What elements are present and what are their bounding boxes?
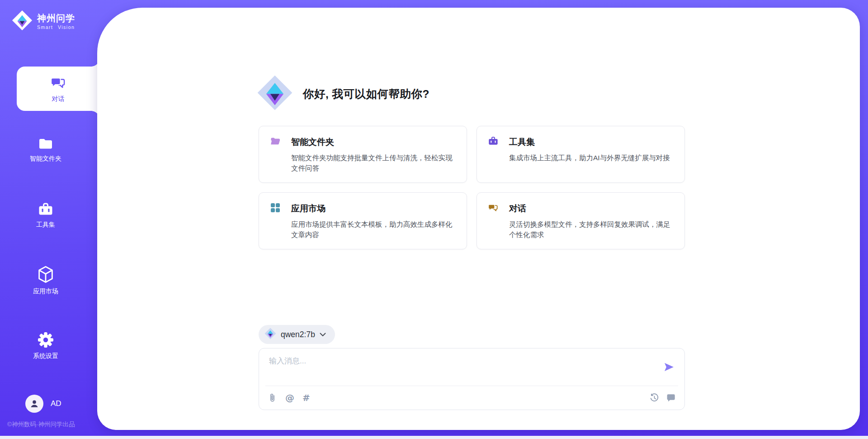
sidebar-item-apps[interactable]: 应用市场 bbox=[0, 265, 91, 296]
model-selector[interactable]: qwen2:7b bbox=[259, 325, 335, 344]
message-input[interactable] bbox=[268, 355, 650, 383]
sidebar-item-folders[interactable]: 智能文件夹 bbox=[0, 135, 91, 163]
send-button[interactable] bbox=[663, 361, 675, 374]
card-app-market[interactable]: 应用市场 应用市场提供丰富长文本模板，助力高效生成多样化文章内容 bbox=[259, 192, 467, 249]
chat-bubble-icon bbox=[666, 393, 675, 402]
composer-divider bbox=[265, 386, 678, 386]
gear-icon bbox=[37, 331, 55, 349]
toolbox-icon bbox=[38, 201, 54, 218]
main-panel: 你好, 我可以如何帮助你? 智能文件夹 智能文件夹功能支持批量文件上传与清洗，轻… bbox=[97, 8, 860, 430]
send-icon bbox=[664, 362, 675, 372]
history-button[interactable] bbox=[650, 393, 659, 403]
card-description: 灵活切换多模型文件，支持多样回复效果调试，满足个性化需求 bbox=[509, 219, 674, 240]
card-title: 对话 bbox=[509, 203, 526, 215]
card-description: 集成市场上主流工具，助力AI与外界无缝扩展与对接 bbox=[509, 153, 674, 163]
new-chat-button[interactable] bbox=[666, 393, 675, 402]
sidebar-item-label: 对话 bbox=[52, 95, 65, 103]
avatar bbox=[25, 395, 43, 413]
card-title: 工具集 bbox=[509, 136, 535, 148]
app-grid-icon bbox=[270, 202, 281, 215]
sidebar-item-label: 智能文件夹 bbox=[30, 155, 61, 163]
folder-icon bbox=[38, 135, 54, 152]
feature-cards: 智能文件夹 智能文件夹功能支持批量文件上传与清洗，轻松实现文件问答 工具集 bbox=[259, 126, 685, 249]
at-mention-button[interactable]: @ bbox=[285, 393, 294, 403]
sidebar-item-label: 应用市场 bbox=[33, 287, 58, 296]
card-title: 智能文件夹 bbox=[291, 136, 334, 148]
greeting: 你好, 我可以如何帮助你? bbox=[257, 75, 429, 113]
model-diamond-logo-icon bbox=[264, 328, 276, 341]
brand: 神州问学 Smart Vision bbox=[12, 10, 75, 33]
card-description: 应用市场提供丰富长文本模板，助力高效生成多样化文章内容 bbox=[291, 219, 456, 240]
hash-topic-icon: # bbox=[302, 393, 310, 403]
chat-bubbles-icon bbox=[488, 202, 499, 215]
at-mention-icon: @ bbox=[285, 393, 294, 403]
brand-title: 神州问学 bbox=[37, 13, 75, 24]
card-toolset[interactable]: 工具集 集成市场上主流工具，助力AI与外界无缝扩展与对接 bbox=[476, 126, 685, 183]
message-composer: @ # bbox=[259, 348, 685, 410]
window-bottom-strip bbox=[0, 436, 868, 439]
greeting-text: 你好, 我可以如何帮助你? bbox=[303, 86, 429, 101]
sidebar-item-settings[interactable]: 系统设置 bbox=[0, 331, 91, 360]
brand-subtitle: Smart Vision bbox=[37, 24, 75, 30]
toolbox-icon bbox=[488, 136, 499, 148]
sidebar: 神州问学 Smart Vision 对话 智能文件夹 bbox=[0, 0, 97, 439]
user-name: AD bbox=[51, 399, 61, 408]
attach-file-button[interactable] bbox=[268, 393, 277, 403]
chat-bubbles-icon bbox=[50, 75, 66, 92]
card-title: 应用市场 bbox=[291, 203, 326, 215]
cube-icon bbox=[37, 265, 55, 284]
sidebar-item-label: 系统设置 bbox=[33, 352, 58, 360]
chevron-down-icon bbox=[320, 330, 326, 339]
sidebar-item-tools[interactable]: 工具集 bbox=[0, 201, 91, 229]
model-name: qwen2:7b bbox=[281, 330, 315, 339]
card-smart-folder[interactable]: 智能文件夹 智能文件夹功能支持批量文件上传与清洗，轻松实现文件问答 bbox=[259, 126, 467, 183]
card-chat[interactable]: 对话 灵活切换多模型文件，支持多样回复效果调试，满足个性化需求 bbox=[476, 192, 685, 249]
card-description: 智能文件夹功能支持批量文件上传与清洗，轻松实现文件问答 bbox=[291, 153, 456, 174]
copyright-footer: ©神州数码·神州问学出品 bbox=[7, 420, 75, 429]
sidebar-item-chat[interactable]: 对话 bbox=[17, 67, 99, 111]
brand-diamond-logo-icon bbox=[12, 10, 33, 33]
sidebar-item-label: 工具集 bbox=[36, 221, 55, 229]
user-account[interactable]: AD bbox=[25, 395, 61, 413]
history-icon bbox=[650, 393, 659, 403]
hash-topic-button[interactable]: # bbox=[302, 393, 310, 403]
folder-open-icon bbox=[270, 136, 281, 148]
greeting-diamond-logo-icon bbox=[257, 75, 293, 113]
paperclip-icon bbox=[268, 393, 277, 403]
